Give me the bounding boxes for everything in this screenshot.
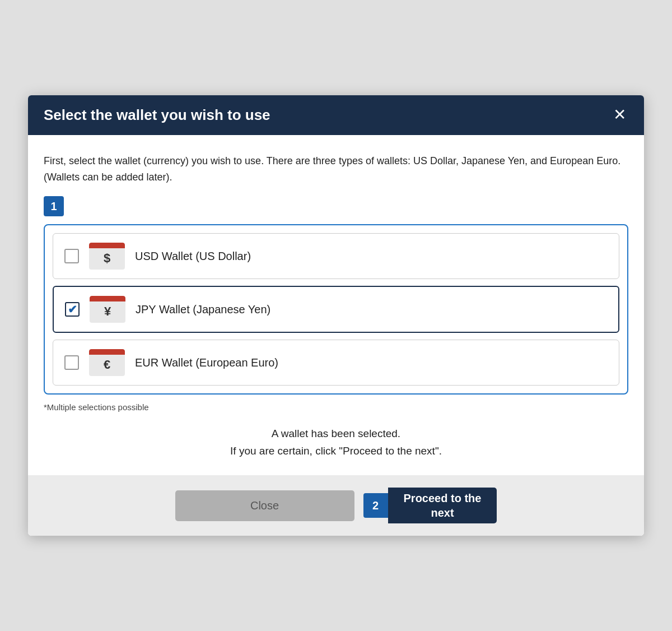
usd-checkbox[interactable] [64,249,79,263]
wallet-option-jpy[interactable]: ✔ ¥ JPY Wallet (Japanese Yen) [53,286,619,333]
selection-message-line2: If you are certain, click "Proceed to th… [44,443,628,460]
description-text: First, select the wallet (currency) you … [44,153,628,185]
jpy-checkbox[interactable]: ✔ [65,302,80,317]
wallet-option-eur[interactable]: € EUR Wallet (European Euro) [53,340,619,386]
usd-wallet-label: USD Wallet (US Dollar) [135,250,251,263]
jpy-currency-icon: ¥ [90,296,125,323]
jpy-checkmark: ✔ [68,304,77,315]
wallet-option-usd[interactable]: $ USD Wallet (US Dollar) [53,233,619,279]
selection-message-line1: A wallet has been selected. [44,425,628,442]
modal-title: Select the wallet you wish to use [44,106,270,124]
usd-red-stripe [89,243,125,248]
eur-currency-icon: € [89,349,125,376]
modal-header: Select the wallet you wish to use ✕ [28,95,644,135]
jpy-red-stripe [90,296,125,301]
jpy-wallet-label: JPY Wallet (Japanese Yen) [136,303,270,316]
step-2-badge: 2 [363,493,388,518]
jpy-symbol: ¥ [104,304,111,319]
step-1-badge: 1 [44,196,64,216]
modal-body: First, select the wallet (currency) you … [28,135,644,475]
modal-close-button[interactable]: ✕ [611,107,628,123]
multiple-selections-note: *Multiple selections possible [44,402,628,412]
eur-wallet-label: EUR Wallet (European Euro) [135,356,278,369]
proceed-button[interactable]: Proceed to thenext [388,488,497,523]
usd-currency-icon: $ [89,243,125,270]
proceed-group: 2 Proceed to thenext [363,488,497,523]
usd-symbol: $ [104,251,110,266]
eur-symbol: € [104,358,110,372]
modal-container: Select the wallet you wish to use ✕ Firs… [28,95,644,536]
selection-message: A wallet has been selected. If you are c… [44,425,628,460]
eur-red-stripe [89,349,125,355]
close-button[interactable]: Close [175,490,354,521]
eur-checkbox[interactable] [64,355,79,370]
modal-footer: Close 2 Proceed to thenext [28,475,644,536]
wallet-selection-box: $ USD Wallet (US Dollar) ✔ ¥ JPY Wallet … [44,224,628,395]
